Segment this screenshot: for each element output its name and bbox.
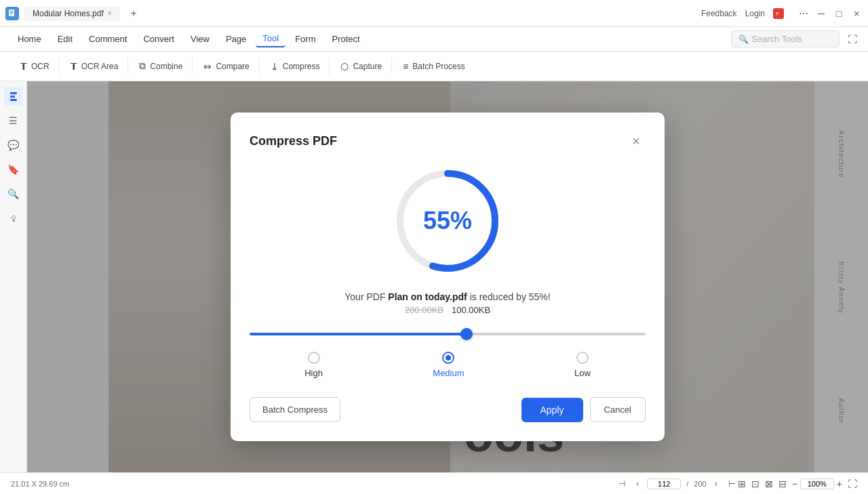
file-description: Your PDF Plan on today.pdf is reduced by… <box>250 291 646 302</box>
pdf-area: ools Architecture Kristy Annely Author C… <box>27 81 868 472</box>
status-fit-page[interactable]: ⊞ <box>738 478 746 489</box>
title-bar: Modular Homes.pdf × + Feedback Login P ⋯… <box>0 0 868 27</box>
toolbar-compare[interactable]: ⇔ Compare <box>194 58 259 75</box>
main-area: ☰ 💬 🔖 🔍 ⧬ ools Architecture Kristy Annel… <box>0 81 868 472</box>
sidebar-search-icon[interactable]: 🔍 <box>4 184 23 203</box>
capture-icon: ⬡ <box>340 61 349 72</box>
toolbar-batch-process[interactable]: ≡ Batch Process <box>393 58 475 75</box>
menu-convert[interactable]: Convert <box>136 31 181 47</box>
zoom-level-input[interactable] <box>800 478 834 489</box>
cancel-button[interactable]: Cancel <box>590 397 646 422</box>
toolbar-ocr-label: OCR <box>31 62 50 71</box>
maximize-button[interactable]: □ <box>833 7 845 20</box>
compare-icon: ⇔ <box>203 61 212 72</box>
quality-option-high[interactable]: High <box>304 352 323 378</box>
zoom-controls: − + <box>792 478 842 489</box>
quality-option-medium[interactable]: Medium <box>433 352 464 378</box>
ocr-icon: 𝗧 <box>20 61 27 72</box>
menu-form[interactable]: Form <box>288 31 322 47</box>
fullscreen-toggle[interactable]: ⛶ <box>848 478 857 489</box>
sidebar-layer-icon[interactable]: ⧬ <box>4 209 23 228</box>
file-description-suffix: is reduced by 55%! <box>467 291 551 302</box>
menu-view[interactable]: View <box>184 31 216 47</box>
quality-label-medium: Medium <box>433 368 464 378</box>
menu-comment[interactable]: Comment <box>82 31 134 47</box>
fullscreen-icon[interactable]: ⛶ <box>848 34 857 45</box>
status-rotate[interactable]: ⊠ <box>765 478 773 489</box>
app-badge-icon: P <box>773 8 784 19</box>
quality-option-low[interactable]: Low <box>574 352 591 378</box>
quality-label-high: High <box>304 368 323 378</box>
svg-rect-3 <box>10 14 12 14</box>
status-dimensions: 21.01 X 29.69 cm <box>11 480 616 488</box>
compress-pdf-modal: Compress PDF × 55% Yo <box>231 112 665 441</box>
modal-overlay: Compress PDF × 55% Yo <box>27 81 868 472</box>
toolbar-ocr[interactable]: 𝗧 OCR <box>11 58 60 75</box>
thumb-bar-3 <box>10 99 17 101</box>
quality-radio-low <box>576 352 589 364</box>
menu-page[interactable]: Page <box>219 31 253 47</box>
close-window-button[interactable]: × <box>850 7 863 20</box>
menu-home[interactable]: Home <box>11 31 48 47</box>
status-fit-width[interactable]: ⊡ <box>751 478 760 489</box>
svg-text:P: P <box>776 12 779 16</box>
current-page-input[interactable] <box>647 478 681 489</box>
modal-close-button[interactable]: × <box>627 131 646 150</box>
file-info: Your PDF Plan on today.pdf is reduced by… <box>250 291 646 315</box>
thumbnail-icon-shape <box>10 92 17 101</box>
nav-last-page[interactable]: ⊢ <box>726 478 738 490</box>
minimize-button[interactable]: ─ <box>815 7 827 20</box>
toolbar-capture-label: Capture <box>353 62 382 71</box>
progress-percent-text: 55% <box>423 207 472 235</box>
sidebar-page-icon[interactable]: ☰ <box>4 111 23 130</box>
feedback-button[interactable]: Feedback <box>701 9 737 18</box>
zoom-in-button[interactable]: + <box>837 478 842 489</box>
menu-protect[interactable]: Protect <box>326 31 367 47</box>
svg-rect-1 <box>10 11 13 12</box>
apply-button[interactable]: Apply <box>521 398 583 422</box>
quality-label-low: Low <box>574 368 591 378</box>
menu-tool[interactable]: Tool <box>256 30 285 47</box>
file-description-prefix: Your PDF <box>344 291 388 302</box>
modal-title: Compress PDF <box>250 134 337 148</box>
window-controls: ⋯ ─ □ × <box>797 7 863 20</box>
compress-slider[interactable] <box>250 333 646 335</box>
batch-process-icon: ≡ <box>403 61 408 72</box>
toolbar-capture[interactable]: ⬡ Capture <box>331 58 392 75</box>
toolbar-ocr-area[interactable]: 𝗧 OCR Area <box>61 58 129 75</box>
tab-close-icon[interactable]: × <box>108 9 112 17</box>
quality-radio-medium <box>442 352 454 364</box>
login-button[interactable]: Login <box>745 9 765 18</box>
modal-footer: Batch Compress Apply Cancel <box>250 397 646 422</box>
toolbar-combine[interactable]: ⧉ Combine <box>130 58 193 75</box>
page-dimensions-text: 21.01 X 29.69 cm <box>11 480 69 488</box>
status-thumbnails[interactable]: ⊟ <box>778 478 787 489</box>
modal-header: Compress PDF × <box>250 131 646 150</box>
toolbar: 𝗧 OCR 𝗧 OCR Area ⧉ Combine ⇔ Compare ⤓ C… <box>0 52 868 81</box>
batch-compress-button[interactable]: Batch Compress <box>250 397 340 422</box>
ocr-area-icon: 𝗧 <box>71 61 77 72</box>
add-tab-button[interactable]: + <box>125 5 142 22</box>
toolbar-batch-process-label: Batch Process <box>412 62 465 71</box>
title-bar-left: Modular Homes.pdf × + <box>5 5 142 22</box>
sidebar-thumbnail-icon[interactable] <box>4 87 23 106</box>
thumb-bar-2 <box>10 96 15 98</box>
compress-slider-container <box>250 326 646 338</box>
compress-icon: ⤓ <box>271 61 279 72</box>
menu-edit[interactable]: Edit <box>51 31 79 47</box>
menu-bar: Home Edit Comment Convert View Page Tool… <box>0 27 868 52</box>
nav-next-page[interactable]: › <box>712 478 720 490</box>
more-options-button[interactable]: ⋯ <box>797 7 810 20</box>
toolbar-compress[interactable]: ⤓ Compress <box>261 58 330 75</box>
search-tools-input[interactable]: 🔍 Search Tools <box>731 30 840 47</box>
quality-radio-high <box>308 352 320 364</box>
sidebar-comment-icon[interactable]: 💬 <box>4 136 23 155</box>
zoom-out-button[interactable]: − <box>792 478 797 489</box>
progress-container: 55% <box>250 167 646 275</box>
nav-prev-page[interactable]: ‹ <box>633 478 642 490</box>
sidebar-bookmark-icon[interactable]: 🔖 <box>4 160 23 179</box>
left-sidebar: ☰ 💬 🔖 🔍 ⧬ <box>0 81 27 472</box>
active-tab[interactable]: Modular Homes.pdf × <box>24 6 120 21</box>
nav-first-page[interactable]: ⊣ <box>616 478 628 490</box>
page-separator: / <box>686 480 688 488</box>
